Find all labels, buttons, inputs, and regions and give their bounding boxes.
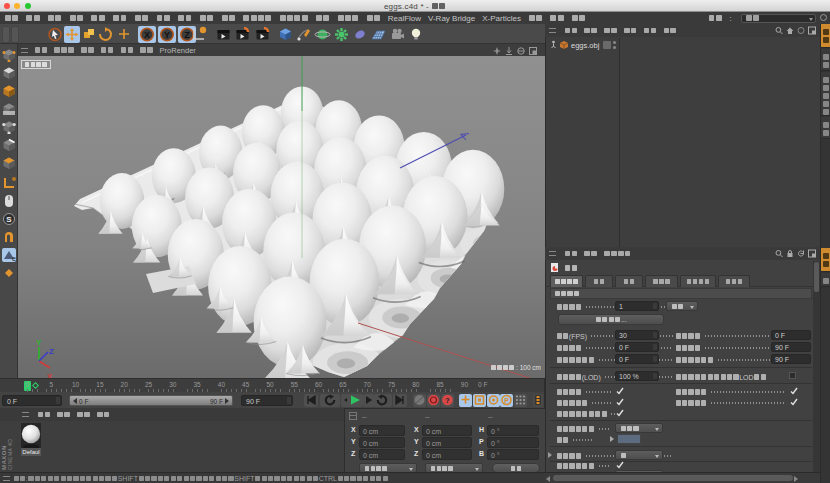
svg-text:X: X: [144, 29, 150, 39]
svg-text:Z: Z: [184, 29, 189, 39]
svg-text:S: S: [6, 215, 12, 224]
svg-text:Y: Y: [36, 338, 42, 347]
svg-text:?: ?: [445, 397, 449, 404]
svg-text:e: e: [12, 255, 16, 262]
svg-text:Y: Y: [164, 29, 170, 39]
svg-text:Z: Z: [49, 347, 54, 356]
svg-text:P: P: [504, 397, 509, 404]
